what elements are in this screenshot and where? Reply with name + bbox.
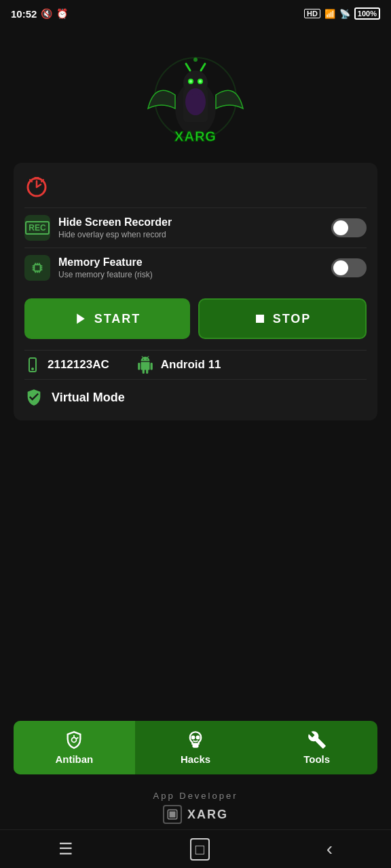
footer-logo-icon — [163, 805, 182, 824]
hide-recorder-toggle[interactable] — [331, 218, 367, 237]
device-id-item: 2112123AC — [24, 357, 109, 373]
status-left: 10:52 🔇 ⏰ — [11, 8, 68, 20]
svg-rect-40 — [193, 745, 198, 747]
battery-indicator: 100% — [354, 7, 380, 20]
tab-hacks[interactable]: Hacks — [135, 721, 257, 774]
action-buttons-row: START STOP — [24, 298, 367, 339]
timer-icon — [24, 174, 49, 198]
mute-icon: 🔇 — [41, 8, 52, 19]
bottom-tabs: Antiban Hacks Tools — [14, 721, 377, 774]
status-bar: 10:52 🔇 ⏰ HD 📶 📡 100% — [0, 0, 391, 27]
memory-feature-subtitle: Use memory feature (risk) — [58, 270, 153, 279]
timer-row — [24, 174, 367, 198]
svg-point-35 — [32, 368, 33, 370]
nav-menu-button[interactable]: ☰ — [58, 840, 73, 859]
svg-rect-47 — [173, 815, 175, 817]
device-id-text: 2112123AC — [48, 358, 109, 372]
hide-recorder-title: Hide Screen Recorder — [58, 216, 172, 229]
phone-icon — [24, 357, 41, 373]
logo-area: XARG — [0, 27, 391, 156]
play-icon — [74, 312, 88, 326]
stop-button[interactable]: STOP — [198, 298, 367, 339]
svg-rect-16 — [34, 177, 39, 179]
rec-icon-wrap: REC — [24, 215, 50, 241]
svg-line-38 — [77, 738, 79, 739]
svg-point-12 — [193, 58, 198, 62]
memory-feature-title: Memory Feature — [58, 256, 153, 269]
virtual-mode-row: Virtual Mode — [24, 379, 367, 410]
svg-rect-46 — [170, 815, 172, 817]
virtual-mode-label: Virtual Mode — [52, 391, 125, 405]
tab-antiban[interactable]: Antiban — [14, 721, 135, 774]
stop-icon — [254, 313, 266, 325]
status-time: 10:52 — [11, 8, 37, 20]
alarm-icon: ⏰ — [56, 8, 68, 19]
nav-back-button[interactable]: ‹ — [327, 838, 333, 860]
footer: App Developer XARG — [0, 781, 391, 829]
svg-point-10 — [185, 88, 206, 115]
memory-feature-toggle[interactable] — [331, 258, 367, 277]
toggle-left-mem: Memory Feature Use memory feature (risk) — [24, 255, 153, 281]
tab-tools-label: Tools — [303, 753, 330, 765]
content-spacer — [0, 427, 391, 714]
svg-marker-32 — [77, 314, 85, 324]
footer-brand: XARG — [187, 808, 228, 822]
shield-check-icon — [24, 388, 43, 407]
svg-rect-45 — [173, 812, 175, 814]
device-info-row: 2112123AC Android 11 — [24, 350, 367, 379]
status-right: HD 📶 📡 100% — [304, 7, 380, 20]
toggle-left-rec: REC Hide Screen Recorder Hide overlay es… — [24, 215, 172, 241]
hide-recorder-subtitle: Hide overlay esp when record — [58, 230, 172, 239]
developer-label: App Developer — [0, 791, 391, 801]
memory-feature-row[interactable]: Memory Feature Use memory feature (risk) — [24, 248, 367, 288]
nav-home-button[interactable]: □ — [190, 840, 210, 859]
antiban-icon — [64, 730, 83, 749]
svg-line-8 — [186, 64, 190, 71]
android-version-item: Android 11 — [136, 356, 221, 374]
footer-logo-row: XARG — [0, 805, 391, 824]
svg-rect-44 — [170, 812, 172, 814]
toggle-text-mem: Memory Feature Use memory feature (risk) — [58, 256, 153, 279]
svg-point-36 — [72, 738, 77, 743]
svg-rect-33 — [256, 315, 264, 323]
android-version-text: Android 11 — [161, 358, 221, 372]
svg-point-7 — [199, 80, 202, 83]
svg-text:XARG: XARG — [174, 129, 217, 144]
hd-badge: HD — [304, 9, 320, 18]
svg-rect-19 — [34, 264, 40, 271]
tab-hacks-label: Hacks — [181, 753, 210, 765]
tab-antiban-label: Antiban — [55, 753, 93, 765]
rec-icon: REC — [25, 221, 49, 235]
nav-bar: ☰ □ ‹ — [0, 829, 391, 868]
toggle-text-rec: Hide Screen Recorder Hide overlay esp wh… — [58, 216, 172, 239]
wifi-icon: 📡 — [339, 9, 350, 19]
tools-icon — [308, 730, 327, 749]
app-logo: XARG — [141, 41, 250, 149]
toggle-knob-mem — [333, 260, 348, 275]
svg-point-42 — [197, 736, 200, 739]
cpu-icon — [30, 260, 45, 275]
main-card: REC Hide Screen Recorder Hide overlay es… — [14, 163, 377, 420]
android-icon — [136, 356, 154, 374]
toggle-knob-rec — [333, 220, 348, 235]
svg-point-41 — [192, 736, 195, 739]
start-button[interactable]: START — [24, 298, 190, 339]
svg-point-6 — [189, 80, 192, 83]
hacks-icon — [186, 730, 205, 749]
hide-screen-recorder-row[interactable]: REC Hide Screen Recorder Hide overlay es… — [24, 208, 367, 248]
tab-tools[interactable]: Tools — [256, 721, 377, 774]
signal-icon: 📶 — [324, 9, 335, 19]
svg-line-9 — [201, 64, 205, 71]
cpu-icon-wrap — [24, 255, 50, 281]
